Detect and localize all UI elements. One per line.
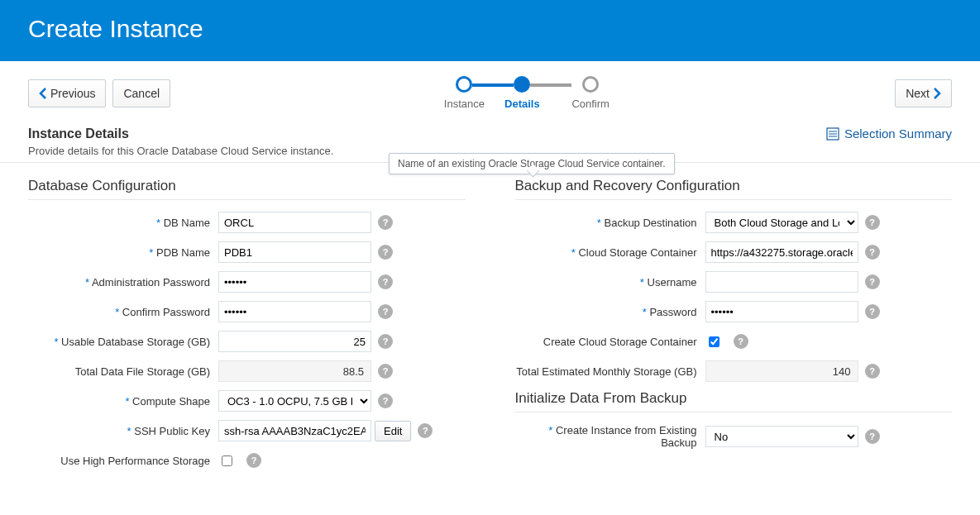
summary-icon: [826, 127, 839, 141]
confirm-password-input[interactable]: [218, 301, 371, 322]
db-name-label: DB Name: [28, 217, 218, 229]
help-icon[interactable]: ?: [378, 215, 393, 230]
help-icon[interactable]: ?: [246, 453, 261, 468]
high-perf-checkbox[interactable]: [222, 455, 232, 466]
compute-shape-row: Compute Shape OC3 - 1.0 OCPU, 7.5 GB RAM…: [28, 390, 466, 412]
database-config-column: Database Configuration DB Name ? PDB Nam…: [28, 169, 466, 479]
create-container-row: Create Cloud Storage Container ?: [515, 331, 953, 352]
db-name-input[interactable]: [218, 212, 371, 233]
wizard-bar-icon: [530, 83, 571, 87]
help-icon[interactable]: ?: [865, 215, 880, 230]
help-icon[interactable]: ?: [378, 274, 393, 289]
wizard-step-label: Details: [504, 98, 540, 110]
total-storage-row: Total Data File Storage (GB) 88.5 ?: [28, 360, 466, 382]
wizard-circle-icon: [582, 76, 599, 93]
high-perf-label: Use High Performance Storage: [28, 455, 218, 467]
confirm-password-row: Confirm Password ?: [28, 301, 466, 322]
details-title: Instance Details: [28, 126, 333, 141]
high-perf-row: Use High Performance Storage ?: [28, 450, 466, 471]
username-input[interactable]: [705, 271, 858, 293]
admin-password-label: Administration Password: [28, 276, 218, 288]
password-row: Password ?: [515, 301, 953, 322]
confirm-password-label: Confirm Password: [28, 306, 218, 318]
database-config-heading: Database Configuration: [28, 178, 466, 200]
container-hint-bubble: Name of an existing Oracle Storage Cloud…: [389, 153, 675, 174]
compute-shape-select[interactable]: OC3 - 1.0 OCPU, 7.5 GB RAM: [218, 390, 371, 412]
total-monthly-storage-value: 140: [705, 360, 858, 382]
ssh-key-label: SSH Public Key: [28, 425, 218, 437]
admin-password-row: Administration Password ?: [28, 271, 466, 293]
help-icon[interactable]: ?: [378, 304, 393, 319]
pdb-name-input[interactable]: [218, 241, 371, 263]
backup-config-column: Backup and Recovery Configuration Backup…: [515, 169, 953, 479]
previous-button-label: Previous: [50, 87, 95, 100]
usable-storage-input[interactable]: [218, 331, 371, 352]
username-label: Username: [515, 276, 705, 288]
db-name-row: DB Name ?: [28, 212, 466, 233]
cancel-button-label: Cancel: [123, 87, 160, 100]
cloud-container-label: Cloud Storage Container: [515, 246, 705, 259]
ssh-key-input[interactable]: [218, 420, 371, 441]
wizard-step-label: Confirm: [571, 98, 610, 110]
chevron-right-icon: [933, 88, 941, 99]
help-icon[interactable]: ?: [378, 393, 393, 408]
from-existing-row: Create Instance from Existing Backup No …: [515, 424, 953, 449]
create-container-checkbox[interactable]: [709, 336, 719, 347]
page-header: Create Instance: [0, 0, 980, 61]
wizard-toolbar: Previous Cancel Instance Details Confirm…: [0, 61, 980, 118]
help-icon[interactable]: ?: [378, 364, 393, 379]
cloud-container-input[interactable]: [705, 241, 858, 263]
wizard-circle-icon: [514, 76, 530, 93]
form-columns: Name of an existing Oracle Storage Cloud…: [0, 163, 980, 496]
cancel-button[interactable]: Cancel: [112, 79, 170, 107]
total-storage-value: 88.5: [218, 360, 371, 382]
total-storage-label: Total Data File Storage (GB): [28, 365, 218, 378]
selection-summary-link[interactable]: Selection Summary: [826, 126, 952, 141]
wizard-step-confirm[interactable]: Confirm: [571, 76, 610, 110]
admin-password-input[interactable]: [218, 271, 371, 293]
chevron-left-icon: [39, 88, 47, 99]
next-button[interactable]: Next: [895, 79, 952, 107]
previous-button[interactable]: Previous: [28, 79, 106, 107]
total-monthly-storage-row: Total Estimated Monthly Storage (GB) 140…: [515, 360, 953, 382]
ssh-key-row: SSH Public Key Edit ?: [28, 420, 466, 441]
wizard-circle-icon: [456, 76, 472, 93]
help-icon[interactable]: ?: [865, 364, 880, 379]
compute-shape-label: Compute Shape: [28, 395, 218, 408]
backup-destination-label: Backup Destination: [515, 217, 705, 229]
create-container-label: Create Cloud Storage Container: [515, 336, 705, 348]
cloud-container-row: Cloud Storage Container ?: [515, 241, 953, 263]
usable-storage-row: Usable Database Storage (GB) ?: [28, 331, 466, 352]
usable-storage-label: Usable Database Storage (GB): [28, 336, 218, 348]
init-backup-heading: Initialize Data From Backup: [515, 390, 953, 412]
pdb-name-row: PDB Name ?: [28, 241, 466, 263]
from-existing-select[interactable]: No: [705, 426, 858, 447]
pdb-name-label: PDB Name: [28, 246, 218, 259]
help-icon[interactable]: ?: [734, 334, 748, 349]
help-icon[interactable]: ?: [865, 245, 880, 260]
help-icon[interactable]: ?: [865, 429, 880, 444]
password-label: Password: [515, 306, 705, 318]
wizard-steps: Instance Details Confirm: [170, 76, 895, 110]
details-subtitle: Provide details for this Oracle Database…: [28, 145, 333, 157]
help-icon[interactable]: ?: [865, 304, 880, 319]
selection-summary-label: Selection Summary: [844, 126, 952, 141]
username-row: Username ?: [515, 271, 953, 293]
password-input[interactable]: [705, 301, 858, 322]
from-existing-label: Create Instance from Existing Backup: [515, 424, 705, 449]
wizard-bar-icon: [472, 83, 514, 87]
wizard-step-label: Instance: [444, 98, 485, 110]
backup-heading: Backup and Recovery Configuration: [515, 178, 953, 200]
help-icon[interactable]: ?: [378, 334, 393, 349]
total-monthly-storage-label: Total Estimated Monthly Storage (GB): [515, 365, 705, 378]
edit-ssh-button[interactable]: Edit: [375, 421, 411, 441]
help-icon[interactable]: ?: [418, 423, 433, 438]
help-icon[interactable]: ?: [378, 245, 393, 260]
backup-destination-select[interactable]: Both Cloud Storage and Local: [705, 212, 858, 233]
wizard-step-details[interactable]: Details: [514, 76, 571, 110]
backup-destination-row: Backup Destination Both Cloud Storage an…: [515, 212, 953, 233]
help-icon[interactable]: ?: [865, 274, 880, 289]
page-title: Create Instance: [28, 15, 952, 43]
next-button-label: Next: [906, 87, 930, 100]
